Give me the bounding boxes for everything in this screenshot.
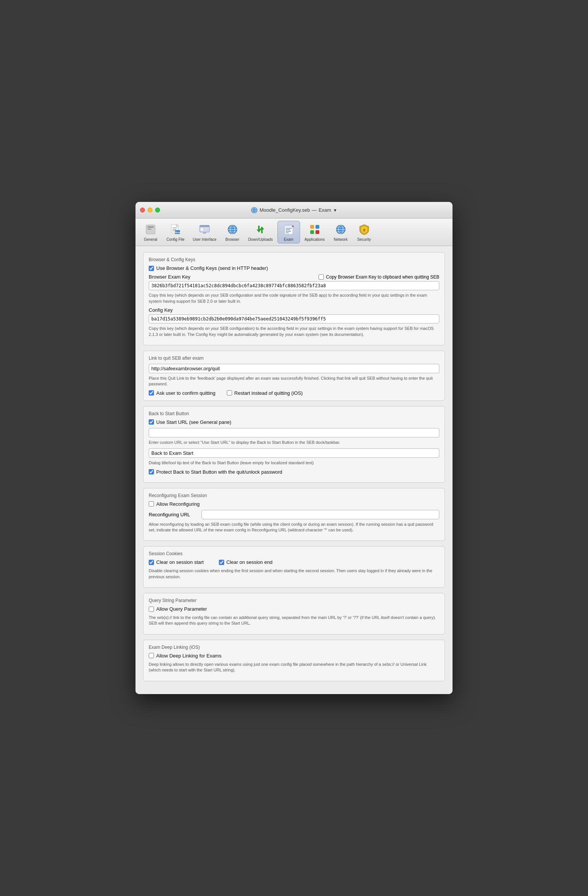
use-start-url-checkbox[interactable] [149,419,154,425]
browser-config-keys-title: Browser & Config Keys [149,257,439,262]
allow-reconfiguring-row: Allow Reconfiguring [149,501,439,507]
query-string-title: Query String Parameter [149,598,439,603]
config-key-label: Config Key [149,307,439,313]
reconfiguring-title: Reconfiguring Exam Session [149,493,439,498]
allow-deep-linking-label: Allow Deep Linking for Exams [156,653,222,659]
button-title-field[interactable] [149,448,439,458]
ask-confirm-label: Ask user to confirm quitting [156,390,215,396]
browser-icon [226,223,239,236]
clear-end-row: Clear on session end [219,559,272,565]
protect-button-label: Protect Back to Start Button with the qu… [156,469,282,475]
toolbar-general[interactable]: General [139,221,162,243]
ask-confirm-checkbox[interactable] [149,390,154,396]
session-cookies-title: Session Cookies [149,551,439,556]
general-icon [144,223,157,236]
title-separator: — [312,207,317,213]
user-interface-icon [198,223,211,236]
clear-start-checkbox[interactable] [149,560,154,565]
back-to-start-title: Back to Start Button [149,411,439,416]
exam-label: Exam [284,237,294,242]
config-key-field[interactable] [149,314,439,323]
browser-exam-key-label: Browser Exam Key [149,274,191,280]
allow-reconfiguring-checkbox[interactable] [149,501,154,507]
allow-query-row: Allow Query Parameter [149,606,439,612]
copy-bek-label: Copy Browser Exam Key to clipboard when … [326,274,439,280]
close-button[interactable] [140,208,145,212]
quit-section: Link to quit SEB after exam Place this Q… [143,351,445,401]
toolbar-user-interface[interactable]: User Interface [189,221,220,243]
use-browser-config-keys-label: Use Browser & Config Keys (send in HTTP … [156,265,268,271]
applications-icon [308,223,322,236]
use-start-url-row: Use Start URL (see General pane) [149,419,439,425]
svg-rect-31 [286,229,290,230]
reconfiguring-url-field[interactable] [202,510,439,519]
minimize-button[interactable] [148,208,152,212]
custom-url-description: Enter custom URL or select "Use Start UR… [149,440,439,445]
svg-rect-7 [148,229,151,229]
clear-end-label: Clear on session end [226,559,272,565]
svg-rect-16 [200,225,209,227]
exam-icon: A [282,223,296,236]
svg-text:A: A [292,225,294,228]
allow-deep-linking-checkbox[interactable] [149,653,154,658]
config-file-label: Config File [166,237,185,242]
svg-rect-19 [204,230,207,231]
custom-url-field[interactable] [149,428,439,437]
browser-exam-key-field[interactable] [149,281,439,290]
session-cookies-section: Session Cookies Clear on session start C… [143,546,445,588]
restart-ios-checkbox[interactable] [227,390,232,396]
section-title: Exam [319,207,331,213]
session-cookies-description: Disable clearing session cookies when en… [149,568,439,580]
clear-end-checkbox[interactable] [219,560,224,565]
toolbar-config-file[interactable]: New Config File [163,221,188,243]
deep-linking-title: Exam Deep Linking (iOS) [149,645,439,650]
user-interface-label: User Interface [193,237,217,242]
toolbar: General New Config File [135,219,453,246]
config-key-description: Copy this key (which depends on your SEB… [149,326,439,337]
window-title: Moodle_ConfigKey.seb — Exam ▼ [251,207,337,214]
svg-text:New: New [175,231,180,234]
restart-ios-label: Restart instead of quitting (iOS) [234,390,303,396]
titlebar: Moodle_ConfigKey.seb — Exam ▼ [135,202,453,219]
reconfiguring-section: Reconfiguring Exam Session Allow Reconfi… [143,488,445,541]
button-title-description: Dialog title/tool tip text of the Back t… [149,460,439,466]
back-to-start-section: Back to Start Button Use Start URL (see … [143,406,445,483]
protect-button-row: Protect Back to Start Button with the qu… [149,469,439,475]
maximize-button[interactable] [155,208,160,212]
toolbar-exam[interactable]: A Exam [277,221,300,243]
svg-rect-37 [310,230,314,234]
copy-bek-checkbox[interactable] [319,274,324,280]
svg-rect-10 [172,228,177,228]
toolbar-network[interactable]: Network [329,221,352,243]
applications-label: Applications [305,237,325,242]
use-browser-config-keys-checkbox[interactable] [149,266,154,271]
toolbar-browser[interactable]: Browser [221,221,244,243]
svg-rect-18 [204,228,209,229]
clear-start-row: Clear on session start [149,559,204,565]
svg-rect-30 [286,228,292,229]
session-cookies-checkboxes: Clear on session start Clear on session … [149,559,439,565]
globe-icon [251,207,258,214]
traffic-lights [140,208,160,212]
svg-rect-17 [200,228,203,231]
toolbar-security[interactable]: Security [353,221,376,243]
config-file-icon: New [169,223,182,236]
reconfiguring-url-row: Reconfiguring URL [149,510,439,519]
allow-deep-linking-row: Allow Deep Linking for Exams [149,653,439,659]
browser-config-keys-section: Browser & Config Keys Use Browser & Conf… [143,252,445,345]
svg-rect-11 [172,229,176,230]
quit-link-field[interactable] [149,364,439,373]
allow-query-checkbox[interactable] [149,607,154,612]
svg-rect-35 [310,225,314,229]
svg-rect-32 [286,231,291,232]
deep-linking-description: Deep linking allows to directly open var… [149,662,439,673]
toolbar-applications[interactable]: Applications [301,221,329,243]
deep-linking-section: Exam Deep Linking (iOS) Allow Deep Linki… [143,640,445,681]
general-label: General [144,237,157,242]
quit-description: Place this Quit Link to the 'feedback' p… [149,376,439,387]
toolbar-down-uploads[interactable]: Down/Uploads [245,221,277,243]
use-start-url-label: Use Start URL (see General pane) [156,419,231,425]
quit-section-title: Link to quit SEB after exam [149,356,439,361]
protect-button-checkbox[interactable] [149,469,154,474]
dropdown-arrow[interactable]: ▼ [333,208,337,212]
